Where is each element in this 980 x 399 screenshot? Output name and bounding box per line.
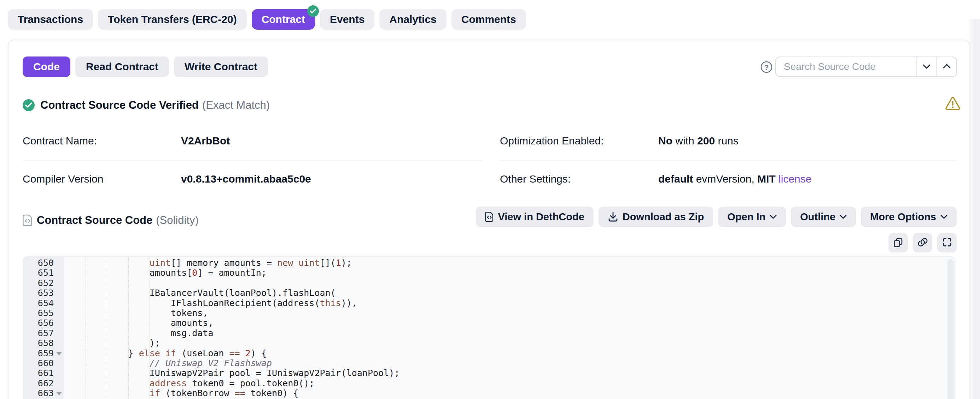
code-line-660: 660 // Uniswap V2 Flashswap — [23, 358, 955, 368]
code-line-661: 661 IUniswapV2Pair pool = IUniswapV2Pair… — [23, 368, 955, 378]
verified-match-type: (Exact Match) — [202, 99, 270, 112]
license-link[interactable]: license — [778, 173, 811, 185]
line-number: 652 — [23, 278, 54, 288]
search-prev-button[interactable] — [936, 57, 956, 76]
write-contract-button[interactable]: Write Contract — [174, 57, 268, 77]
code-line-653: 653 IBalancerVault(loanPool).flashLoan( — [23, 288, 955, 298]
code-text: IUniswapV2Pair pool = IUniswapV2Pair(loa… — [64, 368, 399, 378]
code-text: address token0 = pool.token0(); — [64, 378, 314, 388]
verified-title: Contract Source Code Verified — [40, 99, 199, 112]
line-number: 655 — [23, 308, 54, 318]
warning-icon[interactable] — [945, 96, 961, 112]
copy-source-button[interactable] — [888, 233, 908, 252]
code-tools-row — [888, 233, 957, 252]
line-number: 653 — [23, 288, 54, 298]
code-text: amounts[0] = amountIn; — [64, 268, 267, 278]
chevron-down-icon — [940, 215, 948, 219]
code-line-654: 654 IFlashLoanRecipient(address(this)), — [23, 298, 955, 308]
code-button[interactable]: Code — [22, 57, 70, 77]
svg-text:?: ? — [764, 63, 769, 71]
tab-comments[interactable]: Comments — [452, 9, 526, 30]
tab-contract[interactable]: Contract — [252, 9, 315, 30]
contract-card: CodeRead ContractWrite Contract ? — [8, 40, 970, 399]
tab-label: Transactions — [18, 13, 83, 25]
button-label: More Options — [870, 207, 936, 227]
source-code-title: Contract Source Code — [37, 214, 153, 227]
fold-toggle-icon[interactable] — [56, 392, 62, 396]
line-number: 656 — [23, 318, 54, 328]
code-line-655: 655 tokens, — [23, 308, 955, 318]
tabs-bar: TransactionsToken Transfers (ERC-20)Cont… — [8, 9, 526, 30]
source-code-language: (Solidity) — [156, 214, 199, 227]
optimization-value: No with 200 runs — [658, 135, 738, 147]
button-label: Open In — [727, 207, 765, 227]
code-line-656: 656 amounts, — [23, 318, 955, 328]
compiler-version-value: v0.8.13+commit.abaa5c0e — [181, 173, 311, 185]
code-text: tokens, — [64, 308, 208, 318]
code-line-663: 663 if (tokenBorrow == token0) { — [23, 388, 955, 398]
link-icon — [917, 237, 928, 249]
source-code-header: Contract Source Code (Solidity) — [22, 214, 199, 227]
line-number: 650 — [23, 258, 54, 268]
code-text: ); — [64, 338, 160, 348]
code-text: msg.data — [64, 328, 213, 338]
fullscreen-button[interactable] — [937, 233, 957, 252]
tab-events[interactable]: Events — [320, 9, 374, 30]
help-icon[interactable]: ? — [760, 61, 773, 73]
verified-row: Contract Source Code Verified (Exact Mat… — [22, 99, 270, 112]
code-text: // Uniswap V2 Flashswap — [64, 358, 272, 368]
other-settings-row: Other Settings: default evmVersion, MIT … — [500, 161, 957, 185]
code-scrollbar-thumb[interactable] — [948, 259, 953, 399]
line-number: 661 — [23, 368, 54, 378]
fold-toggle-icon[interactable] — [56, 352, 62, 356]
line-number: 654 — [23, 298, 54, 308]
download-as-zip-button[interactable]: Download as Zip — [598, 207, 713, 227]
search-next-button[interactable] — [916, 57, 936, 76]
check-circle-icon — [22, 99, 35, 111]
compiler-version-label: Compiler Version — [22, 173, 181, 185]
tab-label: Contract — [262, 13, 305, 25]
page: TransactionsToken Transfers (ERC-20)Cont… — [0, 0, 980, 399]
code-line-651: 651 amounts[0] = amountIn; — [23, 268, 955, 278]
contract-name-row: Contract Name: V2ArbBot — [22, 128, 482, 160]
code-line-658: 658 ); — [23, 338, 955, 348]
tab-token-transfers-erc-20[interactable]: Token Transfers (ERC-20) — [98, 9, 247, 30]
line-number: 663 — [23, 388, 54, 398]
tab-label: Comments — [461, 13, 516, 25]
code-text: } else if (useLoan == 2) { — [64, 348, 267, 358]
chevron-down-icon — [840, 215, 847, 219]
code-text: if (tokenBorrow == token0) { — [64, 388, 298, 398]
optimization-label: Optimization Enabled: — [500, 135, 658, 147]
view-in-dethcode-button[interactable]: View in DethCode — [476, 207, 593, 227]
file-code-icon — [485, 212, 493, 222]
optimization-row: Optimization Enabled: No with 200 runs — [500, 128, 957, 160]
tab-transactions[interactable]: Transactions — [8, 9, 93, 30]
page-right-gutter — [969, 19, 980, 399]
search-source-code-input[interactable] — [776, 57, 916, 76]
source-buttons-row: View in DethCodeDownload as ZipOpen InOu… — [476, 207, 957, 227]
file-code-icon — [22, 214, 32, 226]
read-contract-button[interactable]: Read Contract — [75, 57, 169, 77]
tab-label: Analytics — [389, 13, 436, 25]
code-line-652: 652 — [23, 278, 955, 288]
more-options-button[interactable]: More Options — [861, 207, 957, 227]
button-label: Outline — [800, 207, 835, 227]
line-number: 657 — [23, 328, 54, 338]
copy-icon — [892, 237, 904, 249]
line-number: 658 — [23, 338, 54, 348]
contract-subnav: CodeRead ContractWrite Contract — [22, 57, 268, 77]
compiler-version-row: Compiler Version v0.8.13+commit.abaa5c0e — [22, 161, 482, 185]
line-number: 659 — [23, 348, 54, 358]
code-text: uint[] memory amounts = new uint[](1); — [64, 258, 352, 268]
info-column-left: Contract Name: V2ArbBot Compiler Version… — [22, 128, 482, 185]
chevron-down-icon — [923, 64, 931, 70]
chevron-down-icon — [770, 215, 777, 219]
code-text: amounts, — [64, 318, 213, 328]
tab-analytics[interactable]: Analytics — [379, 9, 446, 30]
open-in-button[interactable]: Open In — [718, 207, 786, 227]
other-settings-value: default evmVersion, MIT license — [658, 173, 811, 185]
verified-badge-icon — [307, 5, 319, 17]
outline-button[interactable]: Outline — [791, 207, 856, 227]
code-line-659: 659 } else if (useLoan == 2) { — [23, 348, 955, 358]
permalink-button[interactable] — [913, 233, 932, 252]
